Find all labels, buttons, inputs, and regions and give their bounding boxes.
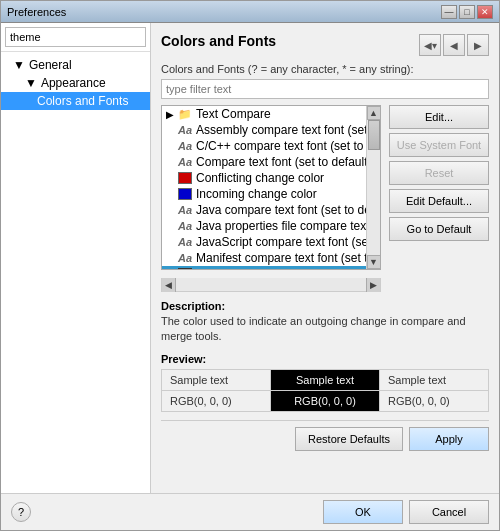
action-buttons: Edit... Use System Font Reset Edit Defau… bbox=[389, 105, 489, 300]
forward-button[interactable]: ◀ bbox=[443, 34, 465, 56]
item-label: JavaScript compare text font (set bbox=[196, 235, 371, 249]
aa-icon: Aa bbox=[178, 204, 192, 216]
color-swatch bbox=[178, 268, 192, 270]
list-item[interactable]: Aa Compare text font (set to default bbox=[162, 154, 380, 170]
edit-button[interactable]: Edit... bbox=[389, 105, 489, 129]
list-and-buttons-section: ▶ 📁 Text Compare Aa Assembly compare tex… bbox=[161, 105, 489, 300]
preview-table: Sample text Sample text Sample text RGB(… bbox=[161, 369, 489, 412]
arrow-icon: ▼ bbox=[13, 58, 25, 72]
aa-icon: Aa bbox=[178, 236, 192, 248]
aa-icon: Aa bbox=[178, 156, 192, 168]
list-item[interactable]: Aa JavaScript compare text font (set bbox=[162, 234, 380, 250]
sidebar-tree: ▼ General ▼ Appearance Colors and Fonts bbox=[1, 52, 150, 493]
maximize-button[interactable]: □ bbox=[459, 5, 475, 19]
panel-title: Colors and Fonts bbox=[161, 33, 276, 49]
list-item[interactable]: Aa Java properties file compare text bbox=[162, 218, 380, 234]
preview-label: Preview: bbox=[161, 353, 489, 365]
go-to-default-button[interactable]: Go to Default bbox=[389, 217, 489, 241]
preferences-window: Preferences — □ ✕ ▼ General ▼ Appearance bbox=[0, 0, 500, 531]
ok-button[interactable]: OK bbox=[323, 500, 403, 524]
aa-icon: Aa bbox=[178, 124, 192, 136]
sidebar: ▼ General ▼ Appearance Colors and Fonts bbox=[1, 23, 151, 493]
sidebar-search-input[interactable] bbox=[5, 27, 146, 47]
title-bar-buttons: — □ ✕ bbox=[441, 5, 493, 19]
window-title: Preferences bbox=[7, 6, 441, 18]
preview-cell: Sample text bbox=[162, 369, 271, 390]
minimize-button[interactable]: — bbox=[441, 5, 457, 19]
scroll-left-arrow[interactable]: ◀ bbox=[162, 278, 176, 292]
item-label: Java compare text font (set to de bbox=[196, 203, 371, 217]
aa-icon: Aa bbox=[178, 140, 192, 152]
sidebar-item-general[interactable]: ▼ General bbox=[1, 56, 150, 74]
sidebar-item-label: Appearance bbox=[41, 76, 106, 90]
item-label: Assembly compare text font (set t bbox=[196, 123, 374, 137]
use-system-font-button[interactable]: Use System Font bbox=[389, 133, 489, 157]
list-item-selected[interactable]: Outgoing change color bbox=[162, 266, 380, 270]
horizontal-scrollbar[interactable]: ◀ ▶ bbox=[161, 278, 381, 292]
colors-list: ▶ 📁 Text Compare Aa Assembly compare tex… bbox=[162, 106, 380, 270]
list-item[interactable]: Incoming change color bbox=[162, 186, 380, 202]
list-item[interactable]: Conflicting change color bbox=[162, 170, 380, 186]
scroll-track bbox=[367, 120, 380, 255]
filter-label: Colors and Fonts (? = any character, * =… bbox=[161, 63, 489, 75]
preview-cell-center: RGB(0, 0, 0) bbox=[271, 390, 380, 411]
color-swatch bbox=[178, 188, 192, 200]
sidebar-search-box bbox=[1, 23, 150, 52]
cancel-button[interactable]: Cancel bbox=[409, 500, 489, 524]
preview-cell: RGB(0, 0, 0) bbox=[162, 390, 271, 411]
aa-icon: Aa bbox=[178, 252, 192, 264]
description-label: Description: bbox=[161, 300, 489, 312]
item-label: Outgoing change color bbox=[196, 267, 317, 270]
item-label: Java properties file compare text bbox=[196, 219, 369, 233]
list-item[interactable]: Aa C/C++ compare text font (set to d bbox=[162, 138, 380, 154]
title-bar: Preferences — □ ✕ bbox=[1, 1, 499, 23]
item-label: Manifest compare text font (set t bbox=[196, 251, 367, 265]
panel-bottom-buttons: Restore Defaults Apply bbox=[161, 420, 489, 451]
hscroll-track bbox=[176, 278, 366, 291]
folder-icon: ▶ bbox=[166, 109, 174, 120]
scroll-thumb[interactable] bbox=[368, 120, 380, 150]
main-panel: Colors and Fonts ◀▾ ◀ ▶ Colors and Fonts… bbox=[151, 23, 499, 493]
help-button[interactable]: ? bbox=[11, 502, 31, 522]
reset-button[interactable]: Reset bbox=[389, 161, 489, 185]
window-footer: ? OK Cancel bbox=[1, 493, 499, 530]
scroll-up-arrow[interactable]: ▲ bbox=[367, 106, 381, 120]
folder-icon2: 📁 bbox=[178, 108, 192, 121]
item-label: Incoming change color bbox=[196, 187, 317, 201]
description-text: The color used to indicate an outgoing c… bbox=[161, 314, 489, 345]
colors-list-container[interactable]: ▶ 📁 Text Compare Aa Assembly compare tex… bbox=[161, 105, 381, 270]
scroll-right-arrow[interactable]: ▶ bbox=[366, 278, 380, 292]
edit-default-button[interactable]: Edit Default... bbox=[389, 189, 489, 213]
restore-defaults-button[interactable]: Restore Defaults bbox=[295, 427, 403, 451]
color-swatch bbox=[178, 172, 192, 184]
scroll-down-arrow[interactable]: ▼ bbox=[367, 255, 381, 269]
back-button[interactable]: ◀▾ bbox=[419, 34, 441, 56]
list-item[interactable]: ▶ 📁 Text Compare bbox=[162, 106, 380, 122]
arrow-icon: ▼ bbox=[25, 76, 37, 90]
list-item[interactable]: Aa Assembly compare text font (set t bbox=[162, 122, 380, 138]
item-label: Compare text font (set to default bbox=[196, 155, 367, 169]
close-button[interactable]: ✕ bbox=[477, 5, 493, 19]
sidebar-item-label: Colors and Fonts bbox=[37, 94, 128, 108]
description-section: Description: The color used to indicate … bbox=[161, 300, 489, 345]
preview-section: Preview: Sample text Sample text Sample … bbox=[161, 353, 489, 412]
sidebar-item-appearance[interactable]: ▼ Appearance bbox=[1, 74, 150, 92]
item-label: Text Compare bbox=[196, 107, 271, 121]
aa-icon: Aa bbox=[178, 220, 192, 232]
main-content: ▼ General ▼ Appearance Colors and Fonts … bbox=[1, 23, 499, 493]
forward2-button[interactable]: ▶ bbox=[467, 34, 489, 56]
item-label: C/C++ compare text font (set to d bbox=[196, 139, 373, 153]
footer-buttons: OK Cancel bbox=[323, 500, 489, 524]
list-item[interactable]: Aa Manifest compare text font (set t bbox=[162, 250, 380, 266]
preview-cell: RGB(0, 0, 0) bbox=[380, 390, 489, 411]
vertical-scrollbar[interactable]: ▲ ▼ bbox=[366, 106, 380, 269]
item-label: Conflicting change color bbox=[196, 171, 324, 185]
apply-button[interactable]: Apply bbox=[409, 427, 489, 451]
sidebar-item-label: General bbox=[29, 58, 72, 72]
filter-input[interactable] bbox=[161, 79, 489, 99]
colors-list-area: ▶ 📁 Text Compare Aa Assembly compare tex… bbox=[161, 105, 381, 300]
preview-cell: Sample text bbox=[380, 369, 489, 390]
list-item[interactable]: Aa Java compare text font (set to de bbox=[162, 202, 380, 218]
sidebar-item-colors-and-fonts[interactable]: Colors and Fonts bbox=[1, 92, 150, 110]
preview-cell-center: Sample text bbox=[271, 369, 380, 390]
